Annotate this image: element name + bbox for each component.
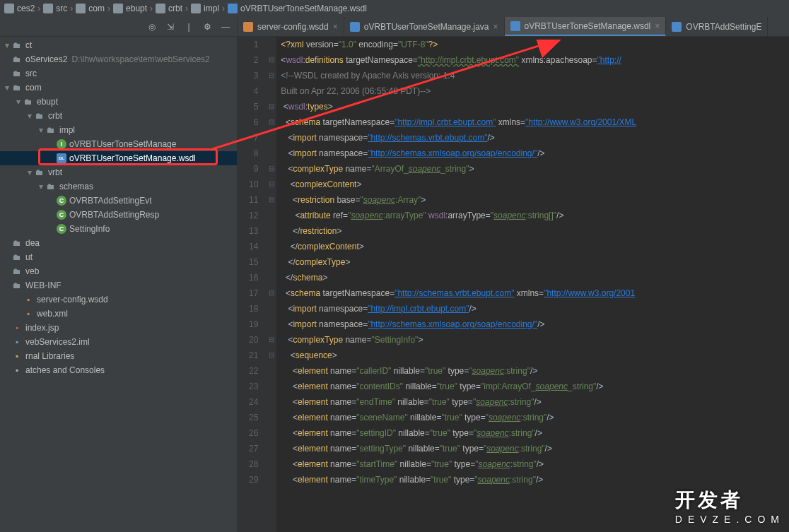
tree-arrow-icon[interactable]: ▾ bbox=[14, 97, 23, 107]
tree-item[interactable]: COVRBTAddSettingEvt bbox=[0, 194, 237, 208]
tree-item[interactable]: ▪rnal Libraries bbox=[0, 349, 237, 363]
fold-marker[interactable] bbox=[267, 146, 276, 161]
fold-marker[interactable] bbox=[267, 301, 276, 317]
tree-item[interactable]: 🖿src bbox=[0, 66, 237, 81]
code-line[interactable]: <element name="contentIDs" nillable="tru… bbox=[281, 379, 789, 394]
fold-marker[interactable]: ⊟ bbox=[267, 285, 276, 301]
code-line[interactable]: <!--WSDL created by Apache Axis version:… bbox=[281, 68, 789, 83]
close-icon[interactable]: × bbox=[655, 21, 660, 31]
fold-marker[interactable] bbox=[267, 239, 276, 254]
editor-tab[interactable]: OVRBTAddSettingE bbox=[666, 17, 768, 36]
code-line[interactable]: <import namespace="http://schemas.xmlsoa… bbox=[281, 146, 789, 161]
fold-marker[interactable] bbox=[267, 223, 276, 239]
code-line[interactable]: <complexType name="ArrayOf_soapenc_strin… bbox=[281, 161, 789, 177]
code-line[interactable]: <wsdl:types> bbox=[281, 99, 789, 114]
code-line[interactable]: Built on Apr 22, 2006 (06:55:48 PDT)--> bbox=[281, 83, 789, 99]
fold-marker[interactable]: ⊟ bbox=[267, 161, 276, 177]
code-line[interactable]: <element name="callerID" nillable="true"… bbox=[281, 363, 789, 379]
editor-tab[interactable]: oVRBTUserToneSetManage.wsdl× bbox=[505, 17, 667, 36]
tree-item[interactable]: IoVRBTUserToneSetManage bbox=[0, 137, 237, 151]
code-line[interactable]: <attribute ref="soapenc:arrayType" wsdl:… bbox=[281, 208, 789, 223]
editor-tab[interactable]: server-config.wsdd× bbox=[238, 17, 344, 36]
tree-item[interactable]: 🖿WEB-INF bbox=[0, 278, 237, 292]
tree-arrow-icon[interactable]: ▾ bbox=[25, 111, 34, 121]
project-tree[interactable]: ▾🖿ct🖿oServices2D:\lhw\workspace\tem\webS… bbox=[0, 37, 237, 379]
fold-marker[interactable] bbox=[267, 425, 276, 441]
fold-marker[interactable] bbox=[267, 441, 276, 456]
tree-item[interactable]: 🖿ut bbox=[0, 250, 237, 264]
fold-marker[interactable] bbox=[267, 363, 276, 379]
tree-item[interactable]: ▾🖿com bbox=[0, 81, 237, 95]
tree-item[interactable]: ▾🖿crbt bbox=[0, 109, 237, 123]
code-line[interactable]: <element name="sceneName" nillable="true… bbox=[281, 410, 789, 425]
fold-marker[interactable]: ⊟ bbox=[267, 52, 276, 68]
tree-item[interactable]: 🖿veb bbox=[0, 264, 237, 278]
code-line[interactable]: <wsdl:definitions targetNamespace="http:… bbox=[281, 52, 789, 68]
tree-item[interactable]: COVRBTAddSettingResp bbox=[0, 208, 237, 222]
code-line[interactable]: <schema targetNamespace="http://schemas.… bbox=[281, 285, 789, 301]
tree-item[interactable]: ▾🖿ct bbox=[0, 38, 237, 52]
code-line[interactable]: <complexContent> bbox=[281, 177, 789, 192]
code-line[interactable]: <restriction base="soapenc:Array"> bbox=[281, 192, 789, 208]
tree-item[interactable]: CSettingInfo bbox=[0, 222, 237, 236]
code-line[interactable]: <?xml version="1.0" encoding="UTF-8"?> bbox=[281, 37, 789, 52]
fold-marker[interactable] bbox=[267, 410, 276, 425]
tree-arrow-icon[interactable]: ▾ bbox=[25, 167, 34, 177]
fold-marker[interactable]: ⊟ bbox=[267, 332, 276, 348]
fold-marker[interactable] bbox=[267, 379, 276, 394]
code-line[interactable]: <complexType name="SettingInfo"> bbox=[281, 332, 789, 348]
fold-marker[interactable]: ⊟ bbox=[267, 68, 276, 83]
tree-arrow-icon[interactable]: ▾ bbox=[3, 40, 11, 50]
tree-item[interactable]: ▪atches and Consoles bbox=[0, 363, 237, 377]
breadcrumb-item[interactable]: com bbox=[76, 4, 105, 13]
tree-arrow-icon[interactable]: ▾ bbox=[37, 125, 45, 135]
tree-arrow-icon[interactable]: ▾ bbox=[37, 182, 45, 191]
tree-item[interactable]: ▾🖿vrbt bbox=[0, 165, 237, 179]
fold-marker[interactable] bbox=[267, 37, 276, 52]
code-line[interactable]: <sequence> bbox=[281, 348, 789, 363]
code-editor[interactable]: 1234567891011121314151617181920212223242… bbox=[238, 37, 789, 532]
fold-marker[interactable]: ⊟ bbox=[267, 114, 276, 130]
fold-marker[interactable] bbox=[267, 270, 276, 285]
close-icon[interactable]: × bbox=[333, 22, 338, 32]
code-line[interactable]: <import namespace="http://schemas.vrbt.e… bbox=[281, 130, 789, 146]
fold-marker[interactable] bbox=[267, 317, 276, 332]
tree-item[interactable]: ▾🖿ebupt bbox=[0, 95, 237, 109]
breadcrumb-item[interactable]: crbt bbox=[156, 4, 182, 13]
code-line[interactable]: <element name="settingID" nillable="true… bbox=[281, 425, 789, 441]
code-line[interactable]: <element name="timeType" nillable="true"… bbox=[281, 472, 789, 487]
tree-item[interactable]: ▪server-config.wsdd bbox=[0, 292, 237, 307]
code-line[interactable]: <element name="startTime" nillable="true… bbox=[281, 456, 789, 472]
hide-icon[interactable]: — bbox=[220, 21, 231, 32]
breadcrumb-item[interactable]: oVRBTUserToneSetManage.wsdl bbox=[228, 4, 367, 13]
code-content[interactable]: <?xml version="1.0" encoding="UTF-8"?><w… bbox=[276, 37, 789, 532]
fold-marker[interactable]: ⊟ bbox=[267, 99, 276, 114]
fold-marker[interactable] bbox=[267, 208, 276, 223]
gear-icon[interactable]: ⚙ bbox=[201, 21, 213, 32]
code-line[interactable]: </schema> bbox=[281, 270, 789, 285]
expand-icon[interactable]: ⇲ bbox=[165, 21, 176, 32]
editor-tabs[interactable]: server-config.wsdd×oVRBTUserToneSetManag… bbox=[238, 17, 789, 37]
tree-item[interactable]: ▾🖿impl bbox=[0, 123, 237, 137]
fold-marker[interactable] bbox=[267, 472, 276, 487]
code-line[interactable]: <schema targetNamespace="http://impl.crb… bbox=[281, 114, 789, 130]
fold-marker[interactable] bbox=[267, 254, 276, 270]
code-line[interactable]: </complexContent> bbox=[281, 239, 789, 254]
code-line[interactable]: </restriction> bbox=[281, 223, 789, 239]
breadcrumb-item[interactable]: src bbox=[43, 4, 67, 13]
close-icon[interactable]: × bbox=[493, 22, 498, 32]
tree-arrow-icon[interactable]: ▾ bbox=[3, 83, 11, 93]
code-line[interactable]: <import namespace="http://schemas.xmlsoa… bbox=[281, 317, 789, 332]
code-line[interactable]: <import namespace="http://impl.crbt.ebup… bbox=[281, 301, 789, 317]
code-line[interactable]: </complexType> bbox=[281, 254, 789, 270]
breadcrumb-item[interactable]: ces2 bbox=[4, 4, 35, 13]
code-line[interactable]: <element name="endTime" nillable="true" … bbox=[281, 394, 789, 410]
fold-marker[interactable]: ⊟ bbox=[267, 348, 276, 363]
tree-item[interactable]: DLoVRBTUserToneSetManage.wsdl bbox=[0, 151, 237, 165]
tree-item[interactable]: 🖿dea bbox=[0, 236, 237, 250]
fold-marker[interactable] bbox=[267, 83, 276, 99]
fold-marker[interactable] bbox=[267, 456, 276, 472]
tree-item[interactable]: ▪vebServices2.iml bbox=[0, 335, 237, 349]
editor-tab[interactable]: oVRBTUserToneSetManage.java× bbox=[344, 17, 505, 36]
tree-item[interactable]: ▪web.xml bbox=[0, 307, 237, 321]
